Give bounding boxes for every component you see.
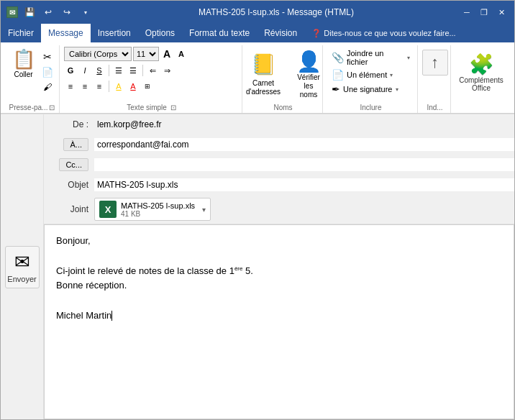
- element-item[interactable]: 📄 Un élément ▾: [330, 68, 411, 81]
- to-row: À...: [44, 134, 514, 155]
- group-texte-simple: Calibri (Corps 11 A A G I S ☰: [61, 45, 242, 113]
- noms-inner: 📒 Carnetd'adresses 👤 Vérifierles noms: [240, 47, 327, 102]
- bold-btn[interactable]: G: [64, 64, 77, 77]
- title-bar-left: ✉ 💾 ↩ ↪ ▾: [6, 5, 93, 19]
- title-bar: ✉ 💾 ↩ ↪ ▾ MATHS-205 l-sup.xls - Message …: [1, 1, 514, 24]
- cc-input[interactable]: [94, 158, 514, 171]
- font-shrink-btn[interactable]: A: [175, 47, 188, 60]
- align-right-btn[interactable]: ≡: [93, 80, 106, 93]
- attachment-size: 41 KB: [121, 210, 195, 218]
- presse-pa-expand[interactable]: ⊡: [49, 104, 55, 111]
- italic-btn[interactable]: I: [78, 64, 91, 77]
- element-label: Un élément: [347, 70, 387, 79]
- menu-format-texte[interactable]: Format du texte: [182, 24, 257, 42]
- menu-help[interactable]: ❓ Dites-nous ce que vous voulez faire...: [304, 24, 462, 42]
- signature-label: Une signature: [343, 85, 393, 93]
- compose-container: ✉ Envoyer De : lem.korp@free.fr À... Cc: [1, 114, 514, 419]
- header-fields-area: De : lem.korp@free.fr À... Cc... Objet: [44, 114, 514, 419]
- to-btn[interactable]: À...: [63, 138, 88, 151]
- element-arrow: ▾: [390, 72, 393, 78]
- indice-label: Ind...: [427, 102, 442, 111]
- menu-message[interactable]: Message: [41, 24, 91, 42]
- align-left-btn[interactable]: ≡: [64, 80, 77, 93]
- undo-quick-btn[interactable]: ↩: [41, 5, 55, 19]
- body-line5: [56, 293, 502, 309]
- cc-btn[interactable]: Cc...: [59, 158, 88, 171]
- send-area: ✉ Envoyer: [1, 114, 44, 419]
- restore-btn[interactable]: ❐: [477, 5, 491, 19]
- signature-item[interactable]: ✒ Une signature ▾: [330, 83, 411, 96]
- font-grow-btn[interactable]: A: [160, 47, 173, 60]
- reproduire-btn[interactable]: 🖌: [40, 81, 55, 93]
- close-btn[interactable]: ✕: [494, 5, 509, 19]
- subject-input[interactable]: [94, 178, 514, 191]
- font-name-select[interactable]: Calibri (Corps: [64, 47, 132, 61]
- to-input[interactable]: [94, 138, 514, 151]
- bullets-btn[interactable]: ☰: [112, 64, 125, 77]
- save-quick-btn[interactable]: 💾: [22, 5, 37, 19]
- decrease-indent-btn[interactable]: ⇐: [146, 64, 159, 77]
- texte-simple-label: Texte simple ⊡: [127, 102, 176, 111]
- indice-btn[interactable]: ↑: [422, 50, 448, 76]
- font-size-select[interactable]: 11: [133, 47, 159, 61]
- joindre-label: Joindre un fichier: [347, 49, 404, 66]
- subject-row: Objet: [44, 175, 514, 195]
- separator2: [142, 65, 143, 76]
- body-line6: Michel Martin: [56, 309, 502, 324]
- ribbon-content: 📋 Coller ✂ 📄 🖌 Presse-pa... ⊡: [5, 45, 510, 113]
- joindre-item[interactable]: 📎 Joindre un fichier ▾: [330, 48, 411, 67]
- app-icon: ✉: [6, 6, 18, 18]
- menu-revision[interactable]: Révision: [257, 24, 304, 42]
- redo-quick-btn[interactable]: ↪: [60, 5, 74, 19]
- joindre-icon: 📎: [332, 52, 344, 63]
- carnet-icon-area: 📒: [245, 50, 282, 79]
- verifier-icon: 👤: [296, 50, 322, 73]
- verifier-icon-area: 👤: [296, 50, 322, 73]
- font-row-2: G I S ☰ ☰ ⇐ ⇒: [64, 64, 173, 77]
- align-center-btn[interactable]: ≡: [78, 80, 91, 93]
- carnet-btn[interactable]: 📒 Carnetd'adresses: [240, 47, 288, 99]
- increase-indent-btn[interactable]: ⇒: [160, 64, 173, 77]
- attachment-info: MATHS-205 l-sup.xls 41 KB: [121, 201, 195, 218]
- send-btn[interactable]: ✉ Envoyer: [5, 246, 40, 288]
- qa-dropdown-btn[interactable]: ▾: [78, 5, 93, 19]
- signature-icon: ✒: [332, 83, 340, 95]
- copier-btn[interactable]: 📄: [40, 65, 55, 79]
- numbering-btn[interactable]: ☰: [127, 64, 140, 77]
- presse-pa-label: Presse-pa... ⊡: [9, 104, 55, 111]
- menu-fichier[interactable]: Fichier: [1, 24, 41, 42]
- attachment-name: MATHS-205 l-sup.xls: [121, 201, 195, 210]
- cc-label-container: Cc...: [44, 158, 94, 171]
- rtf-btn[interactable]: ⊞: [141, 80, 154, 93]
- coller-btn[interactable]: 📋 Coller: [9, 47, 38, 80]
- complements-icon: 🧩: [469, 52, 494, 76]
- font-color-btn[interactable]: A: [127, 80, 140, 93]
- couper-btn[interactable]: ✂: [40, 50, 55, 64]
- from-row: De : lem.korp@free.fr: [44, 114, 514, 134]
- send-label: Envoyer: [7, 275, 36, 283]
- highlight-btn[interactable]: A: [112, 80, 125, 93]
- font-row-3: ≡ ≡ ≡ A A ⊞: [64, 80, 154, 93]
- group-complements: 🧩 ComplémentsOffice: [452, 45, 510, 113]
- carnet-label: Carnetd'adresses: [246, 79, 281, 96]
- message-body[interactable]: Bonjour, Ci-joint le relevé de notes de …: [44, 224, 514, 419]
- verifier-btn[interactable]: 👤 Vérifierles noms: [291, 47, 327, 102]
- inclure-label: Inclure: [360, 102, 381, 111]
- element-icon: 📄: [332, 69, 344, 81]
- noms-label: Noms: [273, 102, 292, 111]
- menu-options[interactable]: Options: [138, 24, 182, 42]
- complements-btn[interactable]: 🧩 ComplémentsOffice: [453, 50, 509, 95]
- menu-insertion[interactable]: Insertion: [91, 24, 138, 42]
- attachment-chip[interactable]: X MATHS-205 l-sup.xls 41 KB ▾: [94, 198, 211, 221]
- body-line2: [56, 249, 502, 264]
- carnet-icon: 📒: [251, 52, 276, 76]
- signature-arrow: ▾: [396, 86, 398, 93]
- minimize-btn[interactable]: ─: [460, 5, 474, 19]
- underline-btn[interactable]: S: [93, 64, 106, 77]
- coller-icon: 📋: [12, 48, 35, 70]
- attachment-dropdown[interactable]: ▾: [202, 206, 206, 214]
- texte-simple-expand[interactable]: ⊡: [170, 104, 176, 111]
- indice-inner: ↑: [419, 47, 451, 80]
- font-row-1: Calibri (Corps 11 A A: [64, 47, 188, 61]
- complements-inner: 🧩 ComplémentsOffice: [447, 47, 515, 98]
